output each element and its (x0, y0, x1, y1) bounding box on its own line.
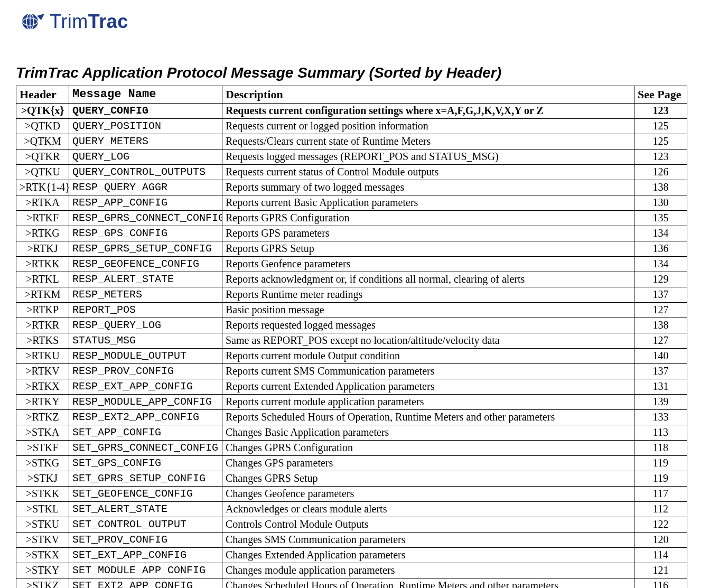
cell-description: Reports requested logged messages (222, 318, 634, 333)
table-row: >STKKSET_GEOFENCE_CONFIGChanges Geofence… (16, 486, 687, 501)
cell-header: >RTKG (16, 226, 69, 241)
cell-description: Requests logged messages (REPORT_POS and… (222, 149, 634, 164)
cell-header: >RTKL (16, 272, 69, 287)
table-row: >RTKURESP_MODULE_OUTPUTReports current m… (16, 348, 687, 363)
cell-message-name: RESP_QUERY_LOG (69, 318, 222, 333)
cell-description: Reports GPRS Configuration (222, 210, 634, 226)
cell-header: >RTKV (16, 363, 69, 379)
cell-message-name: QUERY_CONFIG (69, 103, 222, 118)
cell-header: >RTKZ (16, 409, 69, 425)
cell-description: Reports Geofence parameters (222, 256, 634, 272)
cell-message-name: RESP_GPRS_SETUP_CONFIG (69, 241, 222, 256)
cell-description: Requests/Clears current state of Runtime… (222, 134, 634, 149)
globe-icon (21, 13, 44, 31)
cell-see-page: 118 (634, 440, 687, 455)
cell-description: Reports current module application param… (222, 394, 634, 409)
cell-description: Controls Control Module Outputs (222, 517, 634, 532)
cell-header: >STKF (16, 440, 69, 455)
cell-message-name: SET_GPRS_SETUP_CONFIG (69, 471, 222, 486)
cell-see-page: 129 (634, 272, 687, 287)
table-row: >STKGSET_GPS_CONFIGChanges GPS parameter… (16, 455, 687, 471)
cell-description: Basic position message (222, 302, 634, 318)
cell-description: Changes Extended Application parameters (222, 547, 634, 563)
cell-message-name: REPORT_POS (69, 302, 222, 318)
cell-message-name: SET_ALERT_STATE (69, 501, 222, 517)
table-row: >QTKMQUERY_METERSRequests/Clears current… (16, 134, 687, 149)
table-row: >RTKRRESP_QUERY_LOGReports requested log… (16, 318, 687, 333)
cell-header: >STKZ (16, 578, 69, 588)
cell-see-page: 134 (634, 226, 687, 241)
cell-description: Reports current module Output condition (222, 348, 634, 363)
table-row: >RTKMRESP_METERSReports Runtime meter re… (16, 287, 687, 302)
cell-message-name: RESP_METERS (69, 287, 222, 302)
table-row: >STKXSET_EXT_APP_CONFIGChanges Extended … (16, 547, 687, 563)
cell-header: >RTKS (16, 333, 69, 348)
cell-header: >RTKM (16, 287, 69, 302)
table-row: >QTK{x}QUERY_CONFIGRequests current conf… (16, 103, 687, 118)
cell-message-name: SET_GPRS_CONNECT_CONFIG (69, 440, 222, 455)
cell-see-page: 137 (634, 363, 687, 379)
table-row: >RTKARESP_APP_CONFIGReports current Basi… (16, 195, 687, 210)
cell-header: >QTK{x} (16, 103, 69, 118)
table-row: >QTKDQUERY_POSITIONRequests current or l… (16, 118, 687, 134)
table-row: >RTKGRESP_GPS_CONFIGReports GPS paramete… (16, 226, 687, 241)
cell-see-page: 138 (634, 180, 687, 195)
table-row: >STKASET_APP_CONFIGChanges Basic Applica… (16, 425, 687, 440)
cell-message-name: SET_PROV_CONFIG (69, 532, 222, 547)
cell-see-page: 116 (634, 578, 687, 588)
cell-description: Changes SMS Communication parameters (222, 532, 634, 547)
table-row: >STKLSET_ALERT_STATEAcknowledges or clea… (16, 501, 687, 517)
cell-message-name: SET_EXT_APP_CONFIG (69, 547, 222, 563)
cell-message-name: SET_MODULE_APP_CONFIG (69, 563, 222, 578)
table-row: >STKUSET_CONTROL_OUTPUTControls Control … (16, 517, 687, 532)
col-header-see-page: See Page (634, 86, 687, 104)
cell-message-name: QUERY_LOG (69, 149, 222, 164)
cell-see-page: 127 (634, 302, 687, 318)
cell-header: >STKJ (16, 471, 69, 486)
cell-see-page: 126 (634, 164, 687, 180)
brand-name-part1: Trim (50, 11, 88, 32)
table-row: >STKVSET_PROV_CONFIGChanges SMS Communic… (16, 532, 687, 547)
cell-header: >STKV (16, 532, 69, 547)
cell-message-name: SET_EXT2_APP_CONFIG (69, 578, 222, 588)
cell-description: Changes Scheduled Hours of Operation, Ru… (222, 578, 634, 588)
cell-message-name: STATUS_MSG (69, 333, 222, 348)
cell-message-name: RESP_EXT_APP_CONFIG (69, 379, 222, 394)
cell-header: >RTKP (16, 302, 69, 318)
cell-description: Changes GPS parameters (222, 455, 634, 471)
cell-message-name: SET_GPS_CONFIG (69, 455, 222, 471)
table-row: >RTK{1-4}RESP_QUERY_AGGRReports summary … (16, 180, 687, 195)
cell-message-name: RESP_EXT2_APP_CONFIG (69, 409, 222, 425)
table-row: >RTKZRESP_EXT2_APP_CONFIGReports Schedul… (16, 409, 687, 425)
col-header-header: Header (16, 86, 69, 104)
col-header-message-name: Message Name (69, 86, 222, 104)
cell-see-page: 137 (634, 287, 687, 302)
cell-see-page: 139 (634, 394, 687, 409)
cell-header: >STKY (16, 563, 69, 578)
cell-header: >STKX (16, 547, 69, 563)
svg-marker-2 (37, 14, 44, 20)
cell-message-name: QUERY_METERS (69, 134, 222, 149)
cell-description: Changes Geofence parameters (222, 486, 634, 501)
cell-header: >QTKU (16, 164, 69, 180)
cell-see-page: 123 (634, 103, 687, 118)
page-title: TrimTrac Application Protocol Message Su… (16, 64, 687, 81)
document-page: TrimTrac TrimTrac Application Protocol M… (0, 0, 719, 588)
cell-description: Changes Basic Application parameters (222, 425, 634, 440)
cell-description: Reports GPRS Setup (222, 241, 634, 256)
cell-description: Reports acknowledgment or, if conditions… (222, 272, 634, 287)
table-row: >RTKLRESP_ALERT_STATEReports acknowledgm… (16, 272, 687, 287)
table-row: >RTKPREPORT_POSBasic position message127 (16, 302, 687, 318)
cell-description: Requests current configuration settings … (222, 103, 634, 118)
brand-logo: TrimTrac (21, 11, 687, 33)
cell-see-page: 112 (634, 501, 687, 517)
cell-see-page: 138 (634, 318, 687, 333)
cell-see-page: 135 (634, 210, 687, 226)
cell-message-name: RESP_ALERT_STATE (69, 272, 222, 287)
cell-see-page: 119 (634, 455, 687, 471)
cell-message-name: RESP_MODULE_OUTPUT (69, 348, 222, 363)
table-row: >STKJSET_GPRS_SETUP_CONFIGChanges GPRS S… (16, 471, 687, 486)
cell-see-page: 114 (634, 547, 687, 563)
table-row: >RTKVRESP_PROV_CONFIGReports current SMS… (16, 363, 687, 379)
cell-header: >STKL (16, 501, 69, 517)
